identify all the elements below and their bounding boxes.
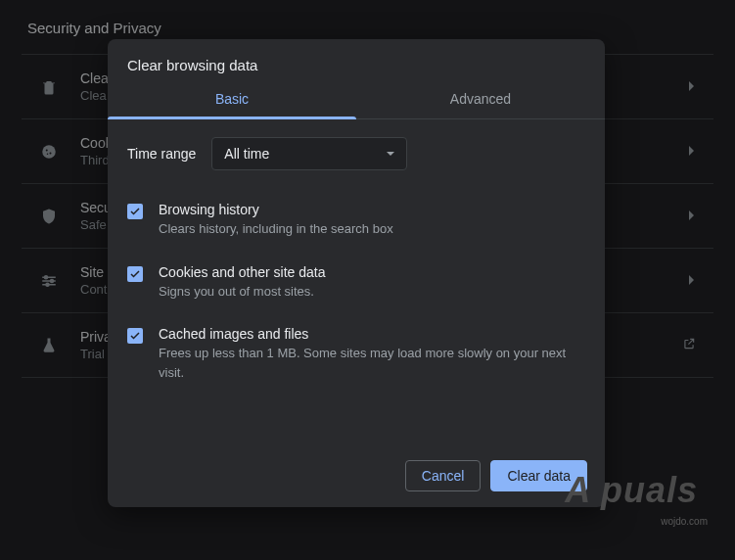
- option-label: Cached images and files: [159, 326, 585, 342]
- checkbox[interactable]: [127, 266, 143, 282]
- option-label: Cookies and other site data: [159, 264, 585, 280]
- tab-basic[interactable]: Basic: [108, 79, 356, 118]
- chevron-down-icon: [387, 152, 394, 156]
- option-cache[interactable]: Cached images and files Frees up less th…: [127, 316, 585, 397]
- option-description: Frees up less than 1 MB. Some sites may …: [159, 344, 585, 382]
- modal-overlay: Clear browsing data Basic Advanced Time …: [0, 0, 735, 560]
- dialog-tabs: Basic Advanced: [108, 79, 605, 119]
- cancel-button[interactable]: Cancel: [405, 460, 482, 491]
- option-label: Browsing history: [159, 202, 585, 217]
- checkbox[interactable]: [127, 328, 143, 344]
- option-description: Signs you out of most sites.: [159, 282, 585, 302]
- tab-advanced[interactable]: Advanced: [356, 79, 605, 118]
- time-range-label: Time range: [127, 146, 196, 162]
- time-range-value: All time: [224, 146, 269, 162]
- checkbox[interactable]: [127, 204, 143, 219]
- clear-data-button[interactable]: Clear data: [490, 460, 587, 491]
- option-browsing-history[interactable]: Browsing history Clears history, includi…: [127, 192, 585, 255]
- time-range-select[interactable]: All time: [211, 137, 407, 170]
- dialog-footer: Cancel Clear data: [108, 444, 605, 507]
- time-range-row: Time range All time: [127, 137, 585, 170]
- option-cookies[interactable]: Cookies and other site data Signs you ou…: [127, 255, 585, 317]
- dialog-title: Clear browsing data: [108, 39, 605, 79]
- dialog-body: Time range All time Browsing history Cle…: [108, 119, 605, 444]
- option-description: Clears history, including in the search …: [159, 219, 585, 239]
- clear-data-dialog: Clear browsing data Basic Advanced Time …: [108, 39, 605, 507]
